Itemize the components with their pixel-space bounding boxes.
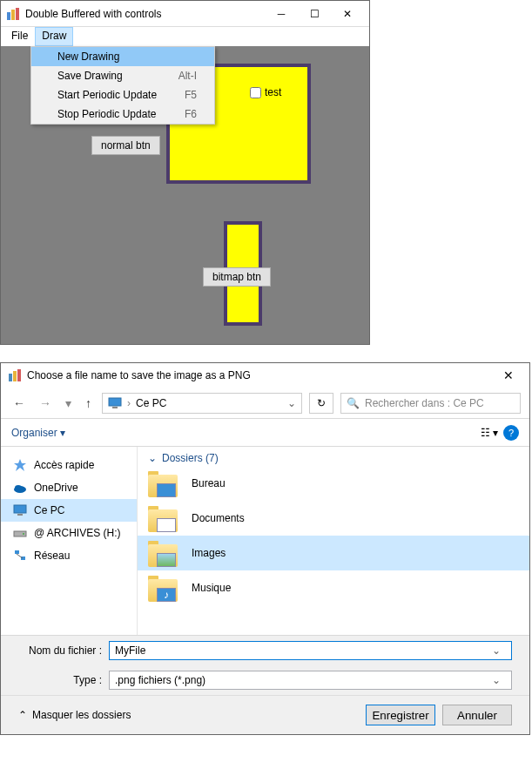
folder-icon	[148, 504, 181, 532]
svg-rect-4	[13, 371, 17, 381]
hide-folders-button[interactable]: ⌃Masquer les dossiers	[18, 709, 359, 721]
drive-icon	[13, 526, 27, 540]
svg-rect-7	[112, 407, 118, 408]
maximize-button[interactable]: ☐	[298, 2, 331, 26]
dialog-body: Accès rapide OneDrive Ce PC @ ARCHIVES (…	[1, 447, 529, 635]
folder-musique[interactable]: ♪ Musique	[138, 570, 529, 605]
menu-file[interactable]: File	[4, 27, 35, 46]
window-title: Double Buffered with controls	[25, 8, 265, 20]
search-placeholder: Rechercher dans : Ce PC	[365, 397, 484, 409]
menu-save-drawing[interactable]: Save DrawingAlt-I	[31, 66, 214, 85]
sidebar-onedrive[interactable]: OneDrive	[1, 476, 137, 499]
help-button[interactable]: ?	[503, 425, 519, 441]
svg-rect-6	[109, 398, 121, 406]
search-input[interactable]: 🔍 Rechercher dans : Ce PC	[340, 393, 521, 414]
menu-draw[interactable]: Draw	[35, 27, 73, 46]
type-select[interactable]: .png fichiers (*.png)⌄	[109, 671, 512, 690]
dialog-title: Choose a file name to save the image as …	[27, 369, 495, 381]
view-button[interactable]: ☷ ▾	[475, 427, 503, 439]
folder-icon	[148, 539, 181, 567]
folder-bureau[interactable]: Bureau	[138, 466, 529, 501]
menubar: File Draw	[1, 27, 369, 46]
svg-rect-2	[16, 8, 19, 20]
folder-pane: ⌄Dossiers (7) Bureau Documents Images ♪ …	[137, 447, 529, 635]
pc-icon	[108, 397, 122, 409]
path-dropdown-icon[interactable]: ⌄	[287, 397, 296, 409]
svg-rect-3	[9, 374, 12, 381]
sidebar-network[interactable]: Réseau	[1, 544, 137, 567]
type-label: Type :	[18, 674, 102, 686]
svg-point-14	[23, 533, 24, 535]
minimize-button[interactable]: ─	[265, 2, 298, 26]
checkbox-input[interactable]	[250, 87, 261, 98]
sidebar: Accès rapide OneDrive Ce PC @ ARCHIVES (…	[1, 447, 137, 635]
toolbar: Organiser ▾ ☷ ▾ ?	[1, 419, 529, 447]
star-icon	[13, 458, 27, 472]
nav-row: ← → ▾ ↑ › Ce PC ⌄ ↻ 🔍 Rechercher dans : …	[1, 388, 529, 419]
test-checkbox[interactable]: test	[250, 86, 281, 98]
svg-point-10	[15, 485, 22, 490]
checkbox-label: test	[265, 86, 281, 98]
folder-documents[interactable]: Documents	[138, 501, 529, 536]
folder-icon	[148, 469, 181, 497]
close-button[interactable]: ✕	[331, 2, 364, 26]
sidebar-ce-pc[interactable]: Ce PC	[1, 499, 137, 522]
svg-marker-8	[14, 459, 26, 471]
folders-header[interactable]: ⌄Dossiers (7)	[138, 450, 529, 466]
draw-dropdown: New Drawing Save DrawingAlt-I Start Peri…	[30, 46, 215, 125]
svg-rect-5	[17, 369, 21, 381]
up-button[interactable]: ↑	[82, 396, 95, 410]
menu-new-drawing[interactable]: New Drawing	[31, 47, 214, 66]
cancel-button[interactable]: Annuler	[442, 705, 512, 725]
chevron-icon: ⌃	[18, 709, 27, 721]
cloud-icon	[13, 481, 27, 495]
svg-line-17	[17, 554, 23, 558]
svg-rect-0	[7, 12, 10, 20]
back-button[interactable]: ←	[10, 396, 29, 410]
network-icon	[13, 549, 27, 563]
menu-stop-periodic[interactable]: Stop Periodic UpdateF6	[31, 105, 214, 124]
titlebar[interactable]: Double Buffered with controls ─ ☐ ✕	[1, 1, 369, 27]
filename-row: Nom du fichier : MyFile⌄	[1, 635, 529, 665]
normal-button[interactable]: normal btn	[91, 136, 160, 155]
dialog-footer: ⌃Masquer les dossiers Enregistrer Annule…	[1, 695, 529, 734]
filename-input[interactable]: MyFile⌄	[109, 641, 512, 660]
drawing-canvas: New Drawing Save DrawingAlt-I Start Peri…	[1, 46, 369, 344]
organize-button[interactable]: Organiser ▾	[11, 427, 65, 439]
chevron-down-icon[interactable]: ⌄	[487, 674, 506, 686]
chevron-down-icon[interactable]: ⌄	[487, 644, 506, 657]
search-icon: 🔍	[347, 397, 360, 409]
filename-label: Nom du fichier :	[18, 644, 102, 657]
path-label: Ce PC	[136, 397, 166, 409]
type-row: Type : .png fichiers (*.png)⌄	[1, 665, 529, 695]
pc-icon	[13, 503, 27, 517]
close-button[interactable]: ✕	[495, 368, 522, 382]
app-icon	[6, 7, 20, 21]
save-dialog: Choose a file name to save the image as …	[0, 362, 530, 735]
folder-images[interactable]: Images	[138, 536, 529, 570]
svg-rect-1	[11, 10, 15, 20]
bitmap-button[interactable]: bitmap btn	[203, 267, 271, 287]
chevron-down-icon: ⌄	[148, 452, 157, 464]
svg-rect-11	[14, 505, 26, 513]
svg-rect-12	[17, 514, 23, 516]
path-chevron-icon: ›	[127, 397, 131, 409]
forward-button[interactable]: →	[36, 396, 55, 410]
address-bar[interactable]: › Ce PC ⌄	[102, 393, 302, 414]
save-button[interactable]: Enregistrer	[366, 705, 435, 725]
dialog-titlebar[interactable]: Choose a file name to save the image as …	[1, 363, 529, 388]
recent-dropdown[interactable]: ▾	[62, 396, 75, 410]
refresh-button[interactable]: ↻	[309, 393, 333, 414]
app-window: Double Buffered with controls ─ ☐ ✕ File…	[0, 0, 370, 345]
folder-icon: ♪	[148, 574, 181, 602]
sidebar-archives[interactable]: @ ARCHIVES (H:)	[1, 522, 137, 544]
app-icon	[8, 368, 22, 382]
sidebar-quick-access[interactable]: Accès rapide	[1, 454, 137, 476]
svg-rect-15	[15, 550, 19, 554]
menu-start-periodic[interactable]: Start Periodic UpdateF5	[31, 85, 214, 105]
